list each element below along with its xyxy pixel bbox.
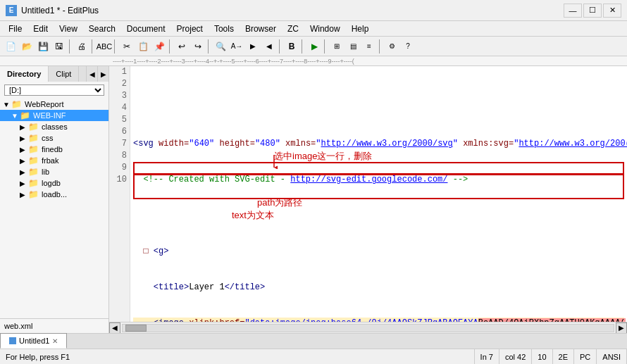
paste-button[interactable]: 📌 xyxy=(151,39,167,54)
btn-extra2[interactable]: ▤ xyxy=(345,39,361,54)
code-line-3 xyxy=(133,210,624,222)
btn-extra1[interactable]: ⊞ xyxy=(329,39,344,54)
expand-icon[interactable]: ▶ xyxy=(20,191,28,199)
sidebar-nav: ◀ ▶ xyxy=(86,66,108,82)
code-area[interactable]: 1 2 3 4 5 6 7 8 9 10 <svg width="640" he… xyxy=(109,66,627,322)
bold-button[interactable]: B xyxy=(284,39,299,54)
annotation-path-text: path为路径text为文本 xyxy=(232,184,302,234)
tab-close-button[interactable]: ✕ xyxy=(52,337,58,345)
menu-search[interactable]: Search xyxy=(83,23,121,35)
scrollbar-thumb[interactable] xyxy=(125,325,147,332)
btn-extra5[interactable]: ? xyxy=(400,39,416,54)
toolbar-sep-9 xyxy=(379,39,382,54)
toolbar: 📄 📂 💾 🖫 🖨 ABC ✂ 📋 📌 ↩ ↪ 🔍 A→ ▶ ◀ B ▶ ⊞ ▤… xyxy=(0,37,627,56)
toolbar-sep-6 xyxy=(279,39,282,54)
drive-select[interactable]: [D:] xyxy=(4,84,104,96)
tree-item-classes[interactable]: ▶ 📁 classes xyxy=(0,121,108,132)
maximize-button[interactable]: ☐ xyxy=(583,4,602,18)
expand-icon[interactable]: ▶ xyxy=(20,123,28,131)
copy-button[interactable]: 📋 xyxy=(135,39,151,54)
toolbar-sep-7 xyxy=(302,39,304,54)
toolbar-sep-4 xyxy=(169,39,172,54)
menu-tools[interactable]: Tools xyxy=(209,23,240,35)
replace-button[interactable]: A→ xyxy=(229,39,244,54)
expand-icon[interactable]: ▼ xyxy=(11,112,20,120)
sidebar-tabs: Directory Clipt ◀ ▶ xyxy=(0,66,108,82)
encoding-indicator: PC xyxy=(580,353,590,361)
tree-label: logdb xyxy=(42,179,61,187)
status-charset: ANSI xyxy=(597,349,627,364)
app-icon: E xyxy=(6,5,17,16)
find-next-button[interactable]: ▶ xyxy=(245,39,261,54)
folder-icon: 📁 xyxy=(28,167,39,177)
tab-directory[interactable]: Directory xyxy=(0,66,49,82)
tree-item-lib[interactable]: ▶ 📁 lib xyxy=(0,166,108,177)
sidebar-next[interactable]: ▶ xyxy=(97,66,108,82)
code-line-4: □ <g> xyxy=(133,246,624,258)
expand-icon[interactable]: ▶ xyxy=(20,146,28,153)
menu-project[interactable]: Project xyxy=(171,23,209,35)
folder-icon: 📁 xyxy=(11,99,22,109)
menu-zc[interactable]: ZC xyxy=(282,23,304,35)
expand-icon[interactable]: ▶ xyxy=(20,168,28,176)
sidebar-prev[interactable]: ◀ xyxy=(86,66,97,82)
tree-item-frbak[interactable]: ▶ 📁 frbak xyxy=(0,155,108,166)
toolbar-sep-2 xyxy=(92,39,94,54)
folder-icon: 📁 xyxy=(28,144,39,154)
new-button[interactable]: 📄 xyxy=(3,39,18,54)
tree-item-css[interactable]: ▶ 📁 css xyxy=(0,132,108,144)
horizontal-scrollbar[interactable]: ◀ ▶ xyxy=(109,322,627,333)
tab-clipt[interactable]: Clipt xyxy=(49,66,79,82)
btn-extra3[interactable]: ≡ xyxy=(361,39,377,54)
save-button[interactable]: 💾 xyxy=(35,39,51,54)
tree-item-loadb[interactable]: ▶ 📁 loadb... xyxy=(0,189,108,200)
spell-button[interactable]: ABC xyxy=(97,39,112,54)
folder-icon: 📁 xyxy=(28,133,39,143)
redo-button[interactable]: ↪ xyxy=(190,39,206,54)
menu-window[interactable]: Window xyxy=(304,23,346,35)
sidebar-bottom-file: web.xml xyxy=(4,322,32,330)
toolbar-sep-5 xyxy=(208,39,211,54)
file-icon xyxy=(9,337,16,344)
window-controls: — ☐ ✕ xyxy=(564,4,621,18)
sidebar-bottom: web.xml xyxy=(0,318,108,333)
expand-icon[interactable]: ▶ xyxy=(20,180,28,187)
tree-item-webroot[interactable]: ▼ 📁 WebReport xyxy=(0,99,108,110)
tree-item-logdb[interactable]: ▶ 📁 logdb xyxy=(0,177,108,189)
menu-help[interactable]: Help xyxy=(346,23,375,35)
tab-label: Untitled1 xyxy=(19,337,49,345)
find-button[interactable]: 🔍 xyxy=(213,39,228,54)
code-line-5: <title>Layer 1</title> xyxy=(133,282,624,294)
menu-view[interactable]: View xyxy=(54,23,83,35)
undo-button[interactable]: ↩ xyxy=(174,39,190,54)
expand-icon[interactable]: ▼ xyxy=(3,101,11,108)
tree-item-webinf[interactable]: ▼ 📁 WEB-INF xyxy=(0,110,108,121)
line-numbers: 1 2 3 4 5 6 7 8 9 10 xyxy=(109,66,130,322)
tree-item-finedb[interactable]: ▶ 📁 finedb xyxy=(0,144,108,155)
scrollbar-track[interactable] xyxy=(122,324,614,332)
menu-edit[interactable]: Edit xyxy=(27,23,54,35)
btn-extra4[interactable]: ⚙ xyxy=(384,39,399,54)
tab-untitled1[interactable]: Untitled1 ✕ xyxy=(0,333,67,349)
open-button[interactable]: 📂 xyxy=(19,39,35,54)
code-editor[interactable]: <svg width="640" height="480" xmlns="htt… xyxy=(130,66,627,322)
code-line-2: <!-- Created with SVG-edit - http://svg-… xyxy=(133,174,624,186)
run-button[interactable]: ▶ xyxy=(306,39,322,54)
menu-browser[interactable]: Browser xyxy=(240,23,282,35)
menu-file[interactable]: File xyxy=(3,23,27,35)
find-prev-button[interactable]: ◀ xyxy=(261,39,277,54)
scroll-right-button[interactable]: ▶ xyxy=(616,322,627,334)
folder-icon: 📁 xyxy=(28,178,39,188)
tree-label: WebReport xyxy=(25,100,63,108)
save-all-button[interactable]: 🖫 xyxy=(51,39,67,54)
expand-icon[interactable]: ▶ xyxy=(20,134,28,142)
cut-button[interactable]: ✂ xyxy=(119,39,135,54)
menu-document[interactable]: Document xyxy=(121,23,171,35)
close-button[interactable]: ✕ xyxy=(603,4,621,18)
minimize-button[interactable]: — xyxy=(564,4,582,18)
expand-icon[interactable]: ▶ xyxy=(20,157,28,165)
file-tree: ▼ 📁 WebReport ▼ 📁 WEB-INF ▶ 📁 classes ▶ … xyxy=(0,99,108,318)
col-indicator: col 42 xyxy=(505,353,526,361)
print-button[interactable]: 🖨 xyxy=(74,39,89,54)
scroll-left-button[interactable]: ◀ xyxy=(109,322,120,334)
